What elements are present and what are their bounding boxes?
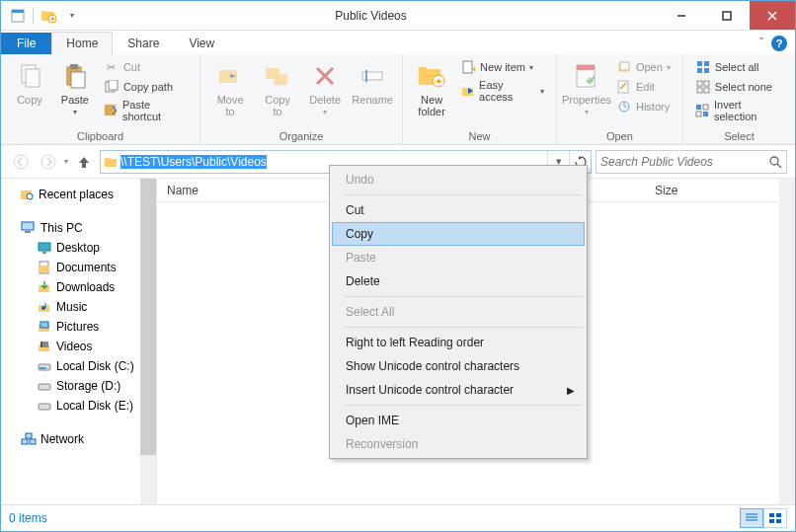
- ribbon-tabs: File Home Share View ˆ ?: [1, 31, 795, 54]
- ctx-copy[interactable]: Copy: [332, 222, 585, 246]
- tree-recent-places[interactable]: Recent places: [1, 185, 156, 204]
- edit-button[interactable]: Edit: [612, 78, 675, 96]
- scissors-icon: ✂: [104, 59, 119, 75]
- copy-button[interactable]: Copy: [9, 58, 50, 108]
- tree-disk-c[interactable]: Local Disk (C:): [1, 356, 156, 376]
- open-button[interactable]: Open ▾: [612, 58, 675, 76]
- copy-path-button[interactable]: Copy path: [100, 78, 192, 96]
- thumbnails-view-button[interactable]: [763, 508, 787, 528]
- window-controls: [659, 1, 795, 30]
- ctx-insert-unicode[interactable]: Insert Unicode control character▶: [332, 378, 585, 402]
- new-folder-button[interactable]: ✦New folder: [411, 58, 452, 119]
- ctx-select-all[interactable]: Select All: [332, 300, 585, 324]
- svg-text:✦: ✦: [435, 76, 442, 87]
- tree-downloads[interactable]: Downloads: [1, 277, 156, 297]
- ctx-paste[interactable]: Paste: [332, 246, 585, 269]
- tree-music[interactable]: Music: [1, 297, 156, 317]
- select-all-button[interactable]: Select all: [691, 58, 787, 76]
- svg-rect-52: [703, 112, 708, 116]
- ctx-undo[interactable]: Undo: [332, 168, 585, 191]
- ctx-rtl[interactable]: Right to left Reading order: [332, 331, 585, 354]
- tab-share[interactable]: Share: [113, 32, 174, 54]
- delete-button[interactable]: Delete▾: [303, 58, 347, 118]
- tab-view[interactable]: View: [174, 32, 229, 54]
- svg-rect-33: [577, 65, 595, 70]
- svg-point-53: [14, 155, 28, 169]
- history-button[interactable]: History: [612, 98, 675, 115]
- select-all-icon: [695, 59, 711, 75]
- svg-point-69: [41, 306, 45, 310]
- qat-newfolder-icon[interactable]: ✦: [38, 5, 59, 27]
- new-folder-icon: ✦: [416, 60, 447, 92]
- tree-disk-e[interactable]: Local Disk (E:): [1, 396, 156, 416]
- details-view-button[interactable]: [740, 508, 763, 528]
- tree-pictures[interactable]: Pictures: [1, 317, 156, 337]
- easy-access-icon: [460, 83, 475, 99]
- svg-rect-35: [620, 62, 629, 70]
- history-icon: [616, 99, 632, 114]
- quick-access-toolbar: ✦ ▾: [1, 5, 83, 27]
- new-item-button[interactable]: ✦New item ▾: [456, 58, 548, 76]
- invert-selection-button[interactable]: Invert selection: [691, 98, 787, 123]
- back-button[interactable]: [9, 150, 33, 174]
- svg-rect-79: [39, 404, 50, 410]
- cut-button[interactable]: ✂Cut: [100, 58, 192, 76]
- svg-rect-50: [703, 105, 708, 110]
- copy-to-button[interactable]: Copy to: [256, 58, 299, 119]
- search-input[interactable]: [600, 155, 768, 169]
- svg-rect-1: [12, 10, 24, 13]
- disk-icon: [37, 378, 52, 394]
- ctx-show-unicode[interactable]: Show Unicode control characters: [332, 354, 585, 378]
- separator: [344, 296, 583, 297]
- qat-properties-icon[interactable]: [7, 5, 29, 27]
- column-size[interactable]: Size: [645, 184, 724, 197]
- svg-rect-55: [105, 159, 117, 167]
- ctx-delete[interactable]: Delete: [332, 269, 585, 293]
- videos-icon: [37, 339, 52, 354]
- tree-network[interactable]: Network: [1, 429, 156, 449]
- tree-this-pc[interactable]: This PC: [1, 218, 156, 238]
- rename-button[interactable]: Rename: [351, 58, 394, 108]
- recent-dropdown-icon[interactable]: ▾: [64, 157, 68, 166]
- copy-icon: [14, 60, 45, 92]
- ctx-cut[interactable]: Cut: [332, 198, 585, 222]
- list-scrollbar[interactable]: [779, 179, 795, 504]
- tree-disk-d[interactable]: Storage (D:): [1, 376, 156, 396]
- ctx-reconversion[interactable]: Reconversion: [332, 432, 585, 456]
- svg-rect-56: [105, 158, 110, 160]
- tree-desktop[interactable]: Desktop: [1, 238, 156, 258]
- svg-text:✦: ✦: [49, 15, 56, 24]
- maximize-button[interactable]: [704, 1, 750, 30]
- up-button[interactable]: [72, 150, 96, 174]
- help-icon[interactable]: ?: [771, 36, 787, 51]
- paste-button[interactable]: Paste ▾: [54, 58, 96, 118]
- paste-icon: [59, 60, 91, 92]
- move-to-button[interactable]: Move to: [208, 58, 252, 119]
- easy-access-button[interactable]: Easy access ▾: [456, 78, 548, 104]
- tab-file[interactable]: File: [1, 33, 51, 54]
- select-none-button[interactable]: Select none: [691, 78, 787, 96]
- svg-rect-77: [40, 367, 46, 369]
- search-icon[interactable]: [768, 155, 782, 169]
- tree-scrollbar-thumb[interactable]: [140, 179, 156, 455]
- close-button[interactable]: [750, 1, 795, 30]
- ctx-open-ime[interactable]: Open IME: [332, 409, 585, 432]
- svg-rect-63: [39, 243, 50, 251]
- minimize-button[interactable]: [659, 1, 704, 30]
- properties-button[interactable]: Properties▾: [565, 58, 608, 118]
- forward-button[interactable]: [37, 150, 60, 174]
- qat-dropdown-icon[interactable]: ▾: [61, 5, 83, 27]
- tree-videos[interactable]: Videos: [1, 337, 156, 356]
- tab-home[interactable]: Home: [51, 32, 113, 54]
- tree-documents[interactable]: Documents: [1, 258, 156, 277]
- svg-rect-66: [39, 266, 49, 272]
- svg-rect-7: [723, 12, 731, 20]
- svg-rect-87: [776, 513, 781, 517]
- paste-shortcut-button[interactable]: Paste shortcut: [100, 98, 192, 123]
- ribbon: Copy Paste ▾ ✂Cut Copy path Paste shortc…: [1, 54, 795, 145]
- group-open: Properties▾ Open ▾ Edit History Open: [557, 54, 683, 144]
- separator: [344, 327, 583, 328]
- downloads-icon: [37, 279, 52, 295]
- ribbon-collapse-icon[interactable]: ˆ: [759, 37, 763, 50]
- disk-icon: [37, 358, 52, 374]
